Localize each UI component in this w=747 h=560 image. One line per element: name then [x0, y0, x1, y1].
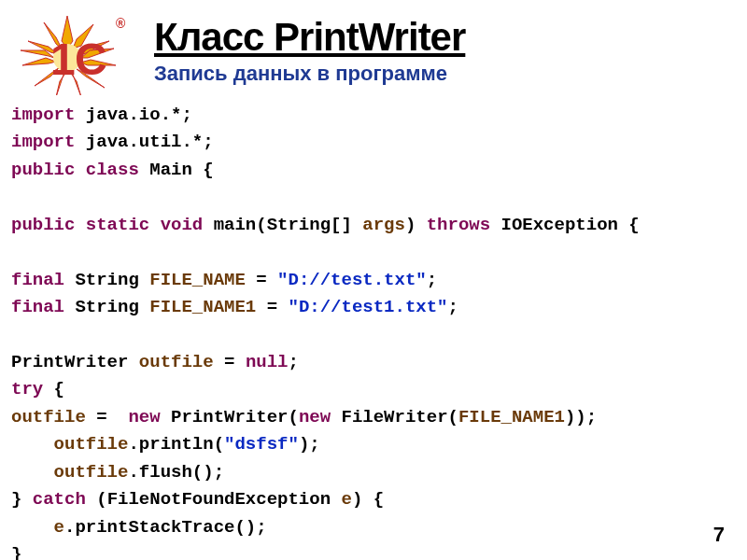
title-block: Класс PrintWriter Запись данных в програ… — [154, 9, 465, 86]
code-token: try — [11, 379, 43, 399]
logo-burst-icon: 1 С ® — [11, 11, 133, 95]
code-token: e — [54, 517, 64, 538]
slide-header: 1 С ® Класс PrintWriter Запись данных в … — [0, 0, 747, 98]
code-token: FileWriter( — [331, 407, 458, 427]
code-token: outfile — [139, 352, 214, 372]
code-token — [11, 434, 54, 455]
code-token: FILE_NAME1 — [149, 297, 256, 317]
code-token: main(String[] — [203, 215, 362, 235]
code-token: outfile — [54, 462, 129, 483]
code-token: outfile — [11, 407, 86, 427]
code-token: args — [362, 215, 405, 235]
code-token: java.io.*; — [75, 105, 191, 125]
code-token: new — [299, 407, 331, 427]
code-token: )); — [565, 407, 597, 427]
code-token — [11, 462, 54, 483]
code-block: import java.io.*; import java.util.*; pu… — [0, 98, 747, 560]
code-token: catch — [33, 489, 86, 510]
code-token: public class — [11, 160, 139, 180]
code-token: new — [128, 407, 160, 427]
page-number: 7 — [713, 523, 725, 547]
code-token: (FileNotFoundException — [86, 489, 342, 510]
code-token: String — [64, 297, 149, 317]
code-token: ; — [427, 270, 437, 290]
code-token: PrintWriter( — [161, 407, 299, 427]
code-token: ); — [299, 434, 320, 455]
code-token: = — [256, 297, 288, 317]
code-token: e — [341, 489, 351, 510]
code-token: final — [11, 270, 64, 290]
code-token: Main { — [139, 160, 214, 180]
code-token: outfile — [54, 434, 129, 455]
code-token: = — [86, 407, 129, 427]
code-token: } — [11, 489, 33, 510]
logo-letter: С — [75, 35, 107, 84]
code-token: .flush(); — [128, 462, 224, 483]
code-token: import — [11, 105, 75, 125]
code-token: null — [246, 352, 289, 372]
code-token: .println( — [128, 434, 224, 455]
code-token: "D://test1.txt" — [288, 297, 447, 317]
code-token: throws — [427, 215, 490, 235]
code-token: PrintWriter — [11, 352, 139, 372]
code-token — [11, 517, 54, 538]
code-token: final — [11, 297, 64, 317]
code-token: ; — [288, 352, 298, 372]
logo-1c: 1 С ® — [9, 9, 140, 98]
code-token: = — [214, 352, 246, 372]
logo-reg: ® — [116, 16, 126, 31]
code-token: FILE_NAME — [149, 270, 246, 290]
code-token: "dsfsf" — [224, 434, 299, 455]
code-token: ) { — [352, 489, 384, 510]
code-token: { — [43, 379, 64, 399]
code-token: import — [11, 132, 75, 152]
slide-subtitle: Запись данных в программе — [154, 62, 465, 86]
code-token: IOException { — [490, 215, 640, 235]
code-token: } — [11, 544, 21, 560]
logo-digit: 1 — [50, 35, 76, 84]
code-token: String — [64, 270, 149, 290]
code-token: "D://test.txt" — [277, 270, 427, 290]
slide-title: Класс PrintWriter — [154, 15, 465, 60]
code-token: java.util.*; — [75, 132, 213, 152]
code-token: .printStackTrace(); — [64, 517, 267, 538]
code-token: = — [246, 270, 277, 290]
code-token: ; — [448, 297, 458, 317]
code-token: FILE_NAME1 — [458, 407, 565, 427]
code-token: ) — [405, 215, 427, 235]
code-token: public static void — [11, 215, 203, 235]
